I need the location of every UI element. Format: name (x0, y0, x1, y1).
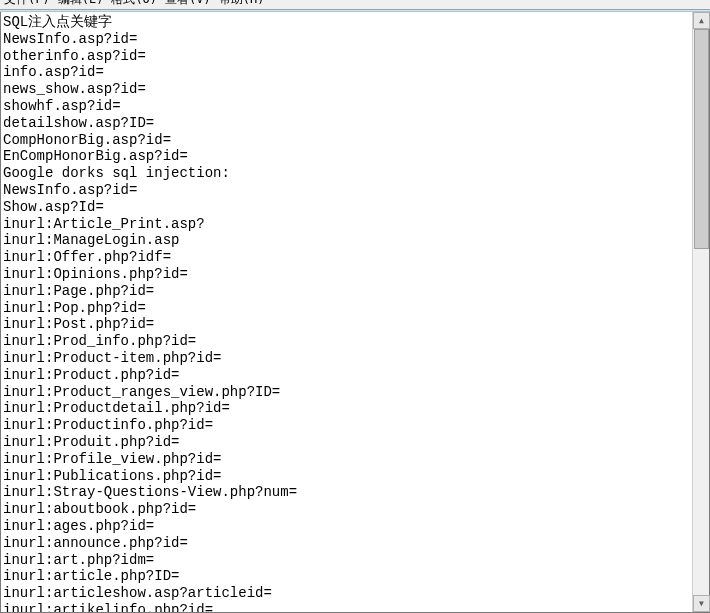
editor-line: inurl:Opinions.php?id= (3, 266, 690, 283)
menu-edit[interactable]: 编辑(E) (58, 0, 104, 4)
editor-line: SQL注入点关键字 (3, 14, 690, 31)
editor-line: inurl:Profile_view.php?id= (3, 451, 690, 468)
editor-line: inurl:Product_ranges_view.php?ID= (3, 384, 690, 401)
editor-line: inurl:article.php?ID= (3, 568, 690, 585)
editor-line: inurl:ManageLogin.asp (3, 232, 690, 249)
editor-line: inurl:Productdetail.php?id= (3, 400, 690, 417)
editor-line: inurl:Produit.php?id= (3, 434, 690, 451)
editor-line: NewsInfo.asp?id= (3, 182, 690, 199)
editor-line: inurl:art.php?idm= (3, 552, 690, 569)
menu-file[interactable]: 文件(F) (4, 0, 50, 4)
editor-line: inurl:artikelinfo.php?id= (3, 602, 690, 612)
editor-line: showhf.asp?id= (3, 98, 690, 115)
scroll-thumb[interactable] (694, 29, 709, 249)
vertical-scrollbar[interactable]: ▲ ▼ (692, 12, 709, 612)
menu-help[interactable]: 帮助(H) (219, 0, 265, 4)
editor-line: inurl:ages.php?id= (3, 518, 690, 535)
editor-line: otherinfo.asp?id= (3, 48, 690, 65)
editor-line: inurl:Article_Print.asp? (3, 216, 690, 233)
editor-line: info.asp?id= (3, 64, 690, 81)
editor-line: inurl:Stray-Questions-View.php?num= (3, 484, 690, 501)
editor-line: inurl:announce.php?id= (3, 535, 690, 552)
menu-view[interactable]: 查看(V) (165, 0, 211, 4)
menu-format[interactable]: 格式(O) (111, 0, 157, 4)
menubar: 文件(F) 编辑(E) 格式(O) 查看(V) 帮助(H) (0, 0, 710, 10)
scroll-up-button[interactable]: ▲ (693, 12, 710, 29)
editor-line: inurl:Product-item.php?id= (3, 350, 690, 367)
editor-line: inurl:aboutbook.php?id= (3, 501, 690, 518)
editor-line: detailshow.asp?ID= (3, 115, 690, 132)
editor-line: news_show.asp?id= (3, 81, 690, 98)
editor-line: NewsInfo.asp?id= (3, 31, 690, 48)
scroll-down-button[interactable]: ▼ (693, 595, 710, 612)
editor-line: Google dorks sql injection: (3, 165, 690, 182)
editor-line: inurl:Publications.php?id= (3, 468, 690, 485)
editor-line: inurl:Pop.php?id= (3, 300, 690, 317)
editor-line: inurl:Offer.php?idf= (3, 249, 690, 266)
editor-line: EnCompHonorBig.asp?id= (3, 148, 690, 165)
editor-line: inurl:Post.php?id= (3, 316, 690, 333)
editor-line: CompHonorBig.asp?id= (3, 132, 690, 149)
text-editor[interactable]: SQL注入点关键字NewsInfo.asp?id=otherinfo.asp?i… (1, 12, 692, 612)
editor-frame: SQL注入点关键字NewsInfo.asp?id=otherinfo.asp?i… (0, 12, 710, 613)
editor-line: Show.asp?Id= (3, 199, 690, 216)
editor-line: inurl:Prod_info.php?id= (3, 333, 690, 350)
editor-line: inurl:Product.php?id= (3, 367, 690, 384)
editor-line: inurl:Page.php?id= (3, 283, 690, 300)
editor-line: inurl:Productinfo.php?id= (3, 417, 690, 434)
editor-line: inurl:articleshow.asp?articleid= (3, 585, 690, 602)
